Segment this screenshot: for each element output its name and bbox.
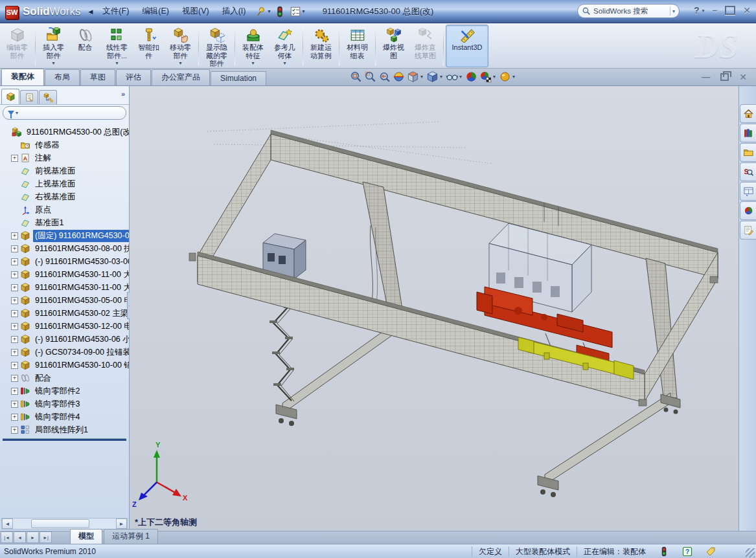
ribbon-move-component-button[interactable]: 移动零部件▾ (165, 25, 196, 67)
expand-icon[interactable]: + (11, 271, 18, 278)
minimize-button[interactable]: – (712, 6, 717, 15)
tree-item-3[interactable]: 前视基准面 (1, 164, 129, 177)
ribbon-smart-fasteners-button[interactable]: 智能扣件 (133, 25, 165, 67)
tab-propertymanager[interactable] (20, 90, 38, 104)
tab-nav-first-icon[interactable]: |◄ (1, 531, 13, 543)
tree-item-9[interactable]: +911601RMG4530-08-00 扶 (1, 242, 129, 255)
document-minimize-button[interactable]: — (702, 73, 710, 81)
ribbon-assembly-features-button[interactable]: 装配体特征▾ (237, 25, 269, 67)
expand-icon[interactable]: + (11, 362, 18, 369)
dropdown-caret-icon[interactable]: ▾ (283, 60, 286, 66)
tree-item-8[interactable]: +(固定) 911601RMG4530-01 (1, 229, 129, 242)
pin-caret-icon[interactable]: ▾ (268, 8, 270, 14)
panel-horizontal-scrollbar[interactable]: ◄ ► (1, 518, 128, 530)
display-style-caret-icon[interactable]: ▾ (440, 74, 442, 80)
command-tab-1[interactable]: 布局 (45, 69, 80, 85)
ribbon-linear-component-pattern-button[interactable]: 线性零部件...▾ (101, 25, 133, 67)
scroll-left-icon[interactable]: ◄ (2, 519, 13, 529)
tab-featuremanager-tree[interactable] (1, 89, 19, 104)
resize-grip[interactable] (746, 548, 755, 557)
status-help-icon[interactable]: ? (682, 546, 693, 557)
close-button[interactable]: ✕ (743, 6, 751, 15)
tree-item-23[interactable]: +局部线性阵列1 (1, 423, 129, 436)
expand-icon[interactable]: + (11, 427, 18, 434)
dropdown-caret-icon[interactable]: ▾ (251, 60, 254, 66)
scroll-right-icon[interactable]: ► (116, 519, 127, 529)
tree-item-0[interactable]: 911601RMG4530-00 总图(改 (1, 126, 129, 139)
view-orientation-caret-icon[interactable]: ▾ (420, 74, 423, 80)
document-restore-button[interactable] (720, 73, 729, 81)
expand-icon[interactable]: + (11, 284, 18, 291)
status-tag-icon[interactable] (705, 546, 716, 557)
taskpane-palette-button[interactable] (740, 182, 756, 201)
tree-item-16[interactable]: +(-) 911601RMG4530-06 小 (1, 333, 129, 346)
tab-configurationmanager[interactable] (39, 90, 57, 104)
search-input[interactable]: SolidWorks 搜索 ▾ (577, 4, 680, 18)
taskpane-props-button[interactable] (740, 221, 756, 240)
previous-view-icon[interactable] (378, 71, 391, 83)
tab-nav-prev-icon[interactable]: ◄ (14, 531, 26, 543)
expand-icon[interactable]: + (11, 323, 18, 330)
menu-collapse-icon[interactable]: ◀ (88, 8, 93, 15)
dropdown-caret-icon[interactable]: ▾ (52, 60, 54, 66)
tree-item-5[interactable]: 右视基准面 (1, 190, 129, 203)
command-tab-0[interactable]: 装配体 (1, 69, 44, 85)
tree-item-12[interactable]: +911601RMG4530-11-00 大 (1, 281, 129, 294)
zoom-to-area-icon[interactable] (364, 71, 376, 83)
graphics-viewport[interactable]: Y X Z *上下二等角轴测 (130, 86, 739, 531)
taskpane-home-button[interactable] (740, 104, 756, 123)
tab-nav-last-icon[interactable]: ►| (40, 531, 52, 543)
command-tab-2[interactable]: 草图 (80, 69, 115, 85)
tree-item-10[interactable]: +(-) 911601RMG4530-03-00 (1, 255, 129, 268)
tree-item-4[interactable]: 上视基准面 (1, 177, 129, 190)
tree-item-13[interactable]: +911601RMG4530-05-00 电 (1, 294, 129, 307)
bottom-tab-1[interactable]: 运动算例 1 (104, 529, 158, 544)
tree-item-11[interactable]: +911601RMG4530-11-00 大 (1, 268, 129, 281)
command-tab-5[interactable]: Simulation (211, 71, 266, 85)
apply-scene-caret-icon[interactable]: ▾ (493, 74, 496, 80)
view-settings-caret-icon[interactable]: ▾ (512, 74, 515, 80)
tree-item-22[interactable]: +镜向零部件4 (1, 410, 129, 423)
search-caret-icon[interactable]: ▾ (672, 8, 675, 14)
tree-item-2[interactable]: +A注解 (1, 151, 129, 164)
view-orientation-icon[interactable] (407, 71, 419, 83)
expand-icon[interactable]: + (11, 310, 18, 317)
pin-icon[interactable] (255, 6, 267, 17)
dropdown-caret-icon[interactable]: ▾ (115, 60, 118, 66)
scroll-thumb[interactable] (31, 519, 89, 528)
menu-item-3[interactable]: 插入(I) (216, 4, 252, 19)
taskpane-swsearch-button[interactable]: S (740, 162, 756, 181)
tree-item-19[interactable]: +配合 (1, 372, 129, 385)
tree-item-1[interactable]: 传感器 (1, 139, 129, 151)
document-close-button[interactable]: ✕ (739, 72, 747, 82)
ribbon-reference-geometry-button[interactable]: 参考几何体▾ (269, 25, 301, 67)
view-settings-icon[interactable] (499, 71, 511, 83)
bottom-tab-0[interactable]: 模型 (70, 529, 102, 544)
taskpane-sphere-button[interactable] (740, 201, 756, 220)
hide-show-items-caret-icon[interactable]: ▾ (459, 74, 462, 80)
tree-item-14[interactable]: +911601RMG4530-02 主梁 (1, 307, 129, 320)
tab-nav-next-icon[interactable]: ► (27, 531, 39, 543)
menu-item-1[interactable]: 编辑(E) (136, 4, 175, 19)
tree-item-20[interactable]: +镜向零部件2 (1, 385, 129, 397)
checklist-icon[interactable] (290, 6, 301, 17)
expand-icon[interactable]: + (11, 414, 18, 421)
ribbon-insert-components-button[interactable]: 插入零部件▾ (38, 25, 69, 67)
taskpane-folder2-button[interactable] (740, 143, 756, 162)
ribbon-bill-of-materials-button[interactable]: 材料明细表 (341, 25, 373, 67)
hide-show-items-icon[interactable] (446, 71, 458, 83)
ribbon-new-motion-study-button[interactable]: 新建运动算例 (305, 25, 337, 67)
filter-caret-icon[interactable]: ▾ (16, 110, 18, 116)
taskpane-library-button[interactable] (740, 124, 756, 142)
section-view-icon[interactable] (393, 71, 405, 83)
tree-item-6[interactable]: 原点 (1, 203, 129, 216)
checklist-caret-icon[interactable]: ▾ (302, 8, 304, 14)
tree-filter-input[interactable]: ▾ (3, 106, 126, 120)
crane-3d-model[interactable]: Y X Z (130, 86, 739, 531)
display-style-icon[interactable] (426, 71, 439, 83)
expand-icon[interactable]: + (11, 336, 18, 343)
expand-icon[interactable]: + (11, 232, 18, 240)
expand-icon[interactable]: + (11, 401, 18, 408)
expand-icon[interactable]: + (11, 258, 18, 265)
expand-icon[interactable]: + (11, 297, 18, 304)
